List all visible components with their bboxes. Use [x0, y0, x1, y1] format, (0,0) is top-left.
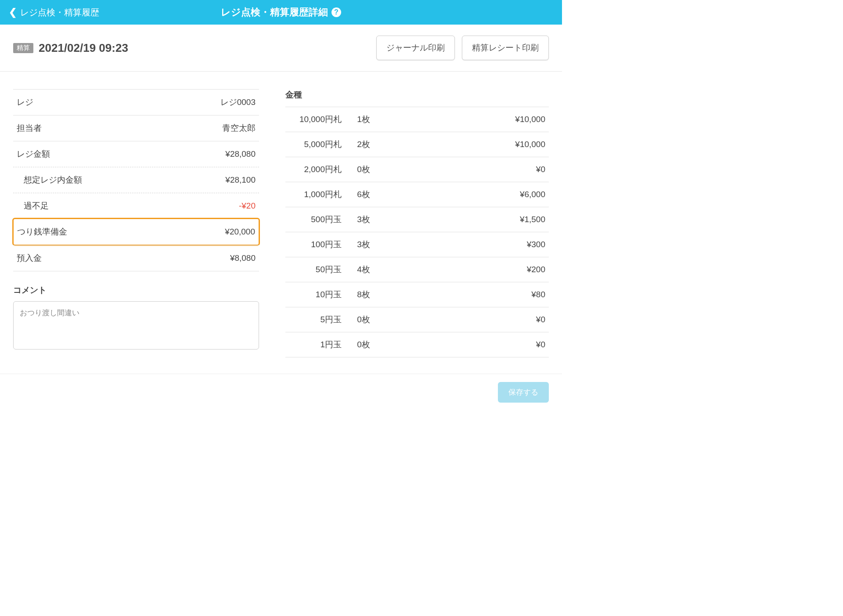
- denom-row: 2,000円札 0枚 ¥0: [285, 157, 549, 182]
- denom-count: 6枚: [342, 189, 385, 200]
- denom-row: 5,000円札 2枚 ¥10,000: [285, 132, 549, 157]
- denom-row: 10,000円札 1枚 ¥10,000: [285, 107, 549, 132]
- comment-input[interactable]: [13, 301, 259, 349]
- denom-name: 10円玉: [289, 289, 342, 300]
- denom-amount: ¥6,000: [385, 190, 545, 199]
- back-button[interactable]: ❮ レジ点検・精算履歴: [9, 7, 99, 18]
- staff-value: 青空太郎: [222, 122, 256, 134]
- journal-print-button[interactable]: ジャーナル印刷: [376, 36, 455, 60]
- timestamp: 2021/02/19 09:23: [39, 41, 128, 55]
- info-row-register: レジ レジ0003: [13, 89, 259, 115]
- denom-amount: ¥0: [385, 340, 545, 349]
- register-value: レジ0003: [220, 97, 256, 108]
- denom-amount: ¥200: [385, 265, 545, 274]
- change-fund-value: ¥20,000: [225, 227, 255, 237]
- footer: 保存する: [0, 374, 562, 411]
- denom-name: 100円玉: [289, 239, 342, 250]
- back-label: レジ点検・精算履歴: [20, 7, 99, 18]
- denom-name: 10,000円札: [289, 114, 342, 125]
- denom-count: 1枚: [342, 114, 385, 125]
- denom-count: 3枚: [342, 214, 385, 225]
- expected-value: ¥28,100: [225, 175, 256, 185]
- denom-count: 0枚: [342, 314, 385, 325]
- help-icon[interactable]: ?: [331, 7, 341, 17]
- info-row-expected: 想定レジ内金額 ¥28,100: [13, 167, 259, 193]
- denom-name: 50円玉: [289, 264, 342, 275]
- deposit-value: ¥8,080: [230, 253, 256, 263]
- subheader: 精算 2021/02/19 09:23 ジャーナル印刷 精算レシート印刷: [0, 25, 562, 72]
- info-row-staff: 担当者 青空太郎: [13, 115, 259, 141]
- page-title: レジ点検・精算履歴詳細 ?: [221, 6, 341, 19]
- expected-label: 想定レジ内金額: [24, 174, 82, 186]
- change-fund-label: つり銭準備金: [17, 226, 67, 238]
- receipt-print-button[interactable]: 精算レシート印刷: [462, 36, 549, 60]
- denom-name: 500円玉: [289, 214, 342, 225]
- header-bar: ❮ レジ点検・精算履歴 レジ点検・精算履歴詳細 ?: [0, 0, 562, 25]
- denom-count: 3枚: [342, 239, 385, 250]
- denom-row: 500円玉 3枚 ¥1,500: [285, 207, 549, 232]
- chevron-left-icon: ❮: [9, 7, 17, 18]
- save-button[interactable]: 保存する: [498, 382, 549, 403]
- denom-row: 5円玉 0枚 ¥0: [285, 307, 549, 332]
- right-panel: 金種 10,000円札 1枚 ¥10,000 5,000円札 2枚 ¥10,00…: [285, 89, 549, 357]
- denom-amount: ¥0: [385, 315, 545, 324]
- denom-amount: ¥1,500: [385, 215, 545, 224]
- register-label: レジ: [17, 97, 33, 108]
- info-row-deposit: 預入金 ¥8,080: [13, 245, 259, 271]
- content: レジ レジ0003 担当者 青空太郎 レジ金額 ¥28,080 想定レジ内金額 …: [0, 72, 562, 366]
- register-amount-value: ¥28,080: [225, 149, 256, 159]
- denom-row: 50円玉 4枚 ¥200: [285, 257, 549, 282]
- comment-label: コメント: [13, 285, 259, 296]
- denom-row: 1円玉 0枚 ¥0: [285, 332, 549, 357]
- denom-count: 4枚: [342, 264, 385, 275]
- deposit-label: 預入金: [17, 252, 42, 264]
- denom-amount: ¥0: [385, 165, 545, 174]
- staff-label: 担当者: [17, 122, 42, 134]
- diff-label: 過不足: [24, 200, 49, 212]
- denom-row: 1,000円札 6枚 ¥6,000: [285, 182, 549, 207]
- register-amount-label: レジ金額: [17, 148, 50, 160]
- denom-amount: ¥10,000: [385, 140, 545, 149]
- denom-count: 8枚: [342, 289, 385, 300]
- diff-value: -¥20: [239, 201, 256, 211]
- denom-amount: ¥80: [385, 290, 545, 299]
- denom-name: 1円玉: [289, 339, 342, 350]
- info-row-change-fund: つり銭準備金 ¥20,000: [12, 218, 260, 246]
- left-panel: レジ レジ0003 担当者 青空太郎 レジ金額 ¥28,080 想定レジ内金額 …: [13, 89, 259, 357]
- subheader-left: 精算 2021/02/19 09:23: [13, 41, 128, 55]
- info-row-register-amount: レジ金額 ¥28,080: [13, 141, 259, 167]
- denom-count: 0枚: [342, 339, 385, 350]
- denom-title: 金種: [285, 89, 549, 107]
- denom-name: 5円玉: [289, 314, 342, 325]
- denom-count: 2枚: [342, 139, 385, 150]
- denom-amount: ¥10,000: [385, 115, 545, 124]
- denom-amount: ¥300: [385, 240, 545, 249]
- denom-name: 2,000円札: [289, 164, 342, 175]
- settlement-badge: 精算: [13, 43, 33, 53]
- page-title-text: レジ点検・精算履歴詳細: [221, 6, 328, 19]
- info-table: レジ レジ0003 担当者 青空太郎 レジ金額 ¥28,080 想定レジ内金額 …: [13, 89, 259, 271]
- denom-count: 0枚: [342, 164, 385, 175]
- subheader-right: ジャーナル印刷 精算レシート印刷: [376, 36, 549, 60]
- denom-name: 5,000円札: [289, 139, 342, 150]
- comment-section: コメント: [13, 285, 259, 351]
- denom-row: 10円玉 8枚 ¥80: [285, 282, 549, 307]
- denom-name: 1,000円札: [289, 189, 342, 200]
- denom-table: 10,000円札 1枚 ¥10,000 5,000円札 2枚 ¥10,000 2…: [285, 107, 549, 357]
- denom-row: 100円玉 3枚 ¥300: [285, 232, 549, 257]
- info-row-diff: 過不足 -¥20: [13, 193, 259, 219]
